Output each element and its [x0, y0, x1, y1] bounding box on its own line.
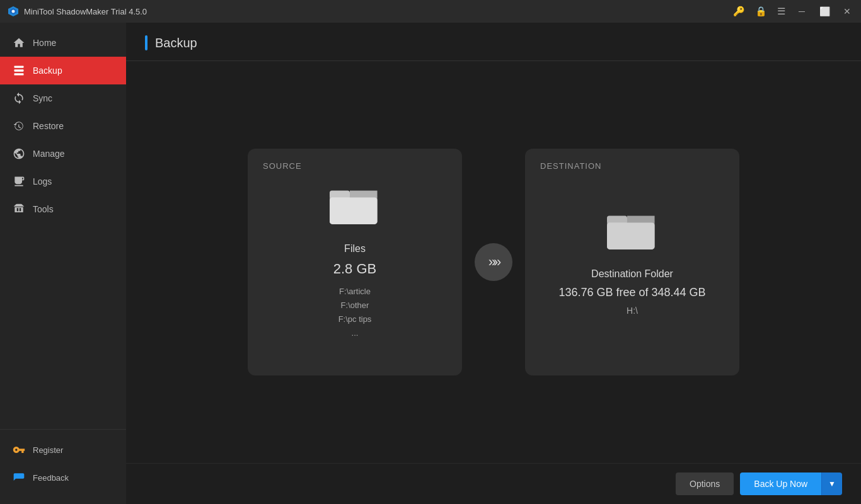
key-icon[interactable]: 🔑 [733, 6, 745, 17]
backup-now-group: Back Up Now ▼ [740, 472, 842, 495]
restore-icon [13, 120, 25, 132]
manage-icon [13, 147, 25, 160]
svg-rect-15 [607, 222, 655, 249]
chevron-down-icon: ▼ [828, 479, 836, 488]
register-icon [13, 444, 25, 456]
logs-icon [13, 175, 25, 188]
minimize-button[interactable]: ─ [795, 5, 808, 18]
page-title: Backup [155, 36, 197, 50]
source-name: Files [344, 243, 366, 255]
destination-label: DESTINATION [540, 161, 601, 171]
svg-point-8 [15, 74, 16, 75]
sidebar-item-restore[interactable]: Restore [0, 112, 126, 140]
sidebar-item-home[interactable]: Home [0, 29, 126, 57]
sync-icon [13, 92, 25, 105]
tools-icon [13, 203, 25, 215]
source-folder-icon [330, 184, 380, 231]
destination-card[interactable]: DESTINATION Destination Folder 136.76 GB… [525, 149, 739, 375]
source-card[interactable]: SOURCE Files 2.8 GB F [248, 149, 462, 375]
sidebar-item-feedback[interactable]: Feedback [0, 464, 126, 491]
svg-point-7 [15, 70, 16, 71]
feedback-icon [13, 471, 25, 484]
backup-area: SOURCE Files 2.8 GB F [126, 61, 861, 463]
backup-now-button[interactable]: Back Up Now [740, 472, 821, 495]
source-label: SOURCE [263, 161, 302, 171]
sidebar: Home Backup Sync [0, 23, 126, 504]
sidebar-item-logs[interactable]: Logs [0, 168, 126, 195]
sidebar-item-register[interactable]: Register [0, 436, 126, 464]
app-title: MiniTool ShadowMaker Trial 4.5.0 [8, 6, 147, 17]
close-button[interactable]: ✕ [841, 5, 853, 18]
page-header: Backup [126, 23, 861, 61]
svg-rect-16 [627, 215, 655, 222]
destination-folder-icon [607, 209, 657, 256]
destination-drive: H:\ [627, 306, 638, 316]
backup-now-dropdown[interactable]: ▼ [821, 472, 842, 495]
backup-icon [13, 64, 25, 77]
sidebar-item-tools[interactable]: Tools [0, 195, 126, 223]
sidebar-item-sync[interactable]: Sync [0, 84, 126, 112]
header-accent [145, 35, 147, 50]
maximize-button[interactable]: ⬜ [818, 5, 831, 18]
source-paths: F:\article F:\other F:\pc tips ... [338, 285, 372, 340]
svg-point-6 [15, 66, 16, 67]
sidebar-item-manage[interactable]: Manage [0, 140, 126, 168]
main-content: Backup SOURCE [126, 23, 861, 504]
bottom-bar: Options Back Up Now ▼ [126, 463, 861, 504]
app-logo-icon [8, 6, 19, 17]
title-bar-controls: 🔑 🔒 ☰ ─ ⬜ ✕ [733, 5, 853, 18]
home-icon [13, 37, 25, 49]
source-size: 2.8 GB [333, 261, 376, 277]
menu-icon[interactable]: ☰ [777, 6, 785, 17]
sidebar-nav: Home Backup Sync [0, 23, 126, 429]
arrow-icon: »» [488, 254, 499, 270]
sidebar-item-backup[interactable]: Backup [0, 57, 126, 84]
lock-icon[interactable]: 🔒 [755, 6, 767, 17]
title-bar: MiniTool ShadowMaker Trial 4.5.0 🔑 🔒 ☰ ─… [0, 0, 861, 23]
svg-rect-12 [350, 190, 378, 197]
svg-rect-14 [607, 215, 627, 223]
arrow-button[interactable]: »» [475, 243, 512, 281]
sidebar-bottom: Register Feedback [0, 429, 126, 504]
app-body: Home Backup Sync [0, 23, 861, 504]
options-button[interactable]: Options [676, 472, 734, 495]
svg-rect-10 [330, 190, 350, 198]
svg-rect-11 [330, 197, 378, 224]
svg-point-2 [12, 10, 15, 13]
destination-free: 136.76 GB free of 348.44 GB [558, 286, 705, 299]
destination-name: Destination Folder [591, 268, 673, 280]
